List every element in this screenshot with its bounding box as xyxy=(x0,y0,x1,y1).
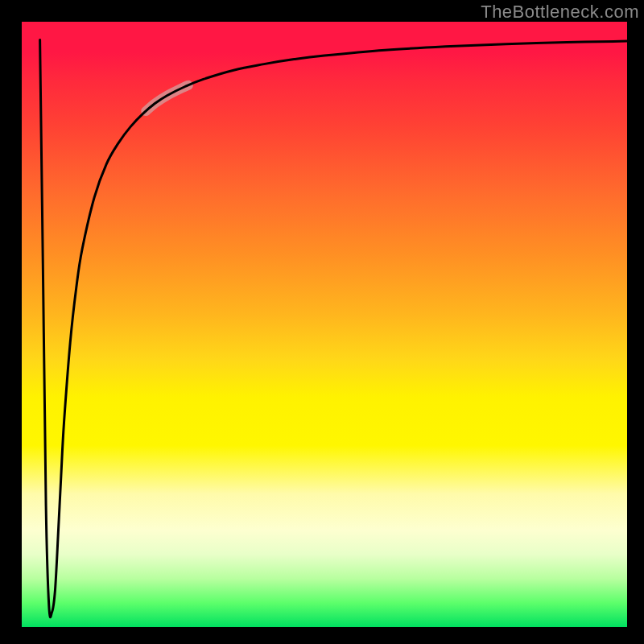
curve-layer xyxy=(0,0,644,644)
watermark-text: TheBottleneck.com xyxy=(481,2,639,23)
chart-frame: TheBottleneck.com xyxy=(0,0,644,644)
curve-main xyxy=(40,40,627,617)
